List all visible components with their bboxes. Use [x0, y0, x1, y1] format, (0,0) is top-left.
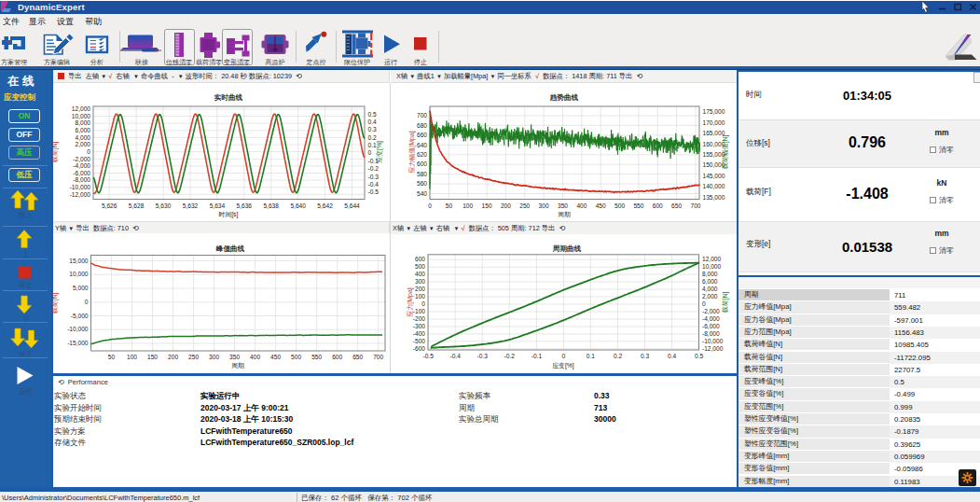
svg-text:680: 680: [417, 122, 427, 129]
svg-text:-200: -200: [413, 315, 426, 322]
svg-text:0.5: 0.5: [368, 111, 377, 118]
svg-text:周期: 周期: [231, 362, 244, 369]
svg-text:5,000: 5,000: [73, 285, 89, 291]
svg-text:400: 400: [415, 271, 425, 277]
svg-text:170,000: 170,000: [703, 119, 725, 126]
svg-text:500: 500: [291, 354, 301, 360]
svg-text:峰值曲线: 峰值曲线: [216, 244, 245, 253]
svg-text:应力幅值[Mpa]: 应力幅值[Mpa]: [407, 131, 416, 174]
svg-text:550: 550: [633, 202, 643, 209]
svg-text:-100: -100: [413, 308, 426, 314]
svg-text:700: 700: [690, 202, 700, 209]
svg-text:实时曲线: 实时曲线: [214, 93, 243, 102]
svg-text:应变[%]: 应变[%]: [375, 141, 383, 163]
svg-text:-500: -500: [413, 338, 426, 344]
svg-text:650: 650: [671, 202, 682, 209]
svg-text:时间[s]: 时间[s]: [219, 211, 239, 218]
svg-text:700: 700: [417, 112, 427, 119]
svg-text:350: 350: [229, 354, 240, 360]
svg-text:600: 600: [415, 256, 425, 262]
svg-text:660: 660: [417, 132, 427, 138]
svg-text:140,000: 140,000: [703, 183, 725, 189]
svg-text:200: 200: [501, 202, 511, 209]
svg-text:5,634: 5,634: [210, 202, 226, 209]
svg-text:0.3: 0.3: [368, 126, 377, 132]
svg-text:5,638: 5,638: [263, 202, 279, 209]
svg-text:10,000: 10,000: [69, 271, 89, 277]
svg-text:350: 350: [558, 202, 568, 209]
svg-text:12,000: 12,000: [702, 256, 722, 262]
svg-text:100: 100: [127, 354, 137, 360]
svg-text:-4,000: -4,000: [73, 162, 90, 169]
svg-text:-0.3: -0.3: [477, 353, 489, 359]
svg-text:0.4: 0.4: [368, 119, 377, 125]
svg-text:250: 250: [519, 202, 530, 209]
svg-text:-10,000: -10,000: [70, 184, 91, 190]
svg-text:-4,000: -4,000: [702, 315, 720, 322]
svg-text:0.3: 0.3: [641, 353, 649, 359]
svg-text:应变[%]: 应变[%]: [552, 362, 574, 370]
svg-text:5,632: 5,632: [183, 202, 199, 209]
svg-text:175,000: 175,000: [703, 108, 725, 115]
svg-text:0: 0: [562, 353, 566, 359]
svg-text:0: 0: [428, 202, 432, 209]
svg-text:0: 0: [87, 148, 90, 155]
svg-text:-0.4: -0.4: [368, 181, 380, 188]
svg-text:载荷[N]: 载荷[N]: [722, 291, 729, 313]
svg-text:100: 100: [462, 202, 473, 209]
svg-text:-0.2: -0.2: [368, 165, 380, 172]
svg-text:5,630: 5,630: [156, 202, 172, 209]
svg-text:-0.4: -0.4: [450, 353, 462, 359]
svg-text:5,628: 5,628: [129, 202, 145, 209]
svg-text:0.2: 0.2: [614, 353, 622, 359]
svg-text:6,000: 6,000: [75, 127, 90, 133]
svg-text:640: 640: [417, 142, 427, 148]
svg-text:600: 600: [417, 160, 427, 167]
svg-text:-0.1: -0.1: [531, 353, 543, 359]
svg-text:载荷幅值[N]: 载荷幅值[N]: [722, 134, 729, 169]
svg-text:趋势曲线: 趋势曲线: [549, 93, 579, 102]
svg-text:200: 200: [415, 286, 425, 292]
svg-text:250: 250: [188, 354, 199, 360]
svg-text:10,000: 10,000: [702, 263, 722, 270]
svg-text:50: 50: [108, 354, 116, 360]
svg-text:应力[Mpa]: 应力[Mpa]: [406, 287, 414, 317]
svg-text:-2,000: -2,000: [702, 308, 720, 314]
svg-text:50: 50: [446, 202, 453, 209]
svg-text:-0.5: -0.5: [423, 353, 435, 359]
svg-text:6,000: 6,000: [702, 278, 718, 285]
svg-text:0.1: 0.1: [587, 353, 595, 359]
svg-text:540: 540: [417, 190, 427, 197]
svg-text:450: 450: [270, 354, 281, 360]
svg-text:-600: -600: [413, 345, 426, 352]
svg-text:700: 700: [373, 354, 383, 360]
svg-text:-12,000: -12,000: [70, 191, 91, 198]
svg-text:-10,000: -10,000: [702, 338, 724, 344]
svg-text:450: 450: [596, 202, 606, 209]
svg-text:0.2: 0.2: [368, 134, 377, 141]
svg-text:-15,000: -15,000: [67, 340, 89, 346]
svg-text:10,000: 10,000: [72, 113, 91, 119]
svg-text:-0.5: -0.5: [368, 188, 380, 195]
svg-text:-2,000: -2,000: [73, 156, 90, 162]
svg-text:600: 600: [332, 354, 342, 360]
svg-text:5,640: 5,640: [290, 202, 306, 209]
svg-text:5,642: 5,642: [317, 202, 333, 209]
svg-text:0.4: 0.4: [668, 353, 676, 359]
svg-text:0: 0: [702, 300, 706, 307]
svg-text:4,000: 4,000: [75, 134, 90, 141]
svg-text:135,000: 135,000: [703, 194, 725, 201]
svg-text:400: 400: [576, 202, 587, 209]
svg-text:650: 650: [352, 354, 363, 360]
svg-text:载荷[N]: 载荷[N]: [51, 141, 59, 162]
svg-text:4,000: 4,000: [702, 286, 718, 292]
svg-text:-6,000: -6,000: [73, 170, 90, 176]
svg-text:5,644: 5,644: [344, 202, 360, 209]
svg-text:0: 0: [85, 299, 89, 305]
svg-text:145,000: 145,000: [703, 173, 725, 179]
svg-text:-12,000: -12,000: [702, 345, 724, 352]
svg-text:500: 500: [415, 263, 425, 270]
svg-text:100: 100: [415, 293, 425, 300]
svg-text:周期曲线: 周期曲线: [552, 244, 582, 253]
svg-text:500: 500: [614, 202, 625, 209]
